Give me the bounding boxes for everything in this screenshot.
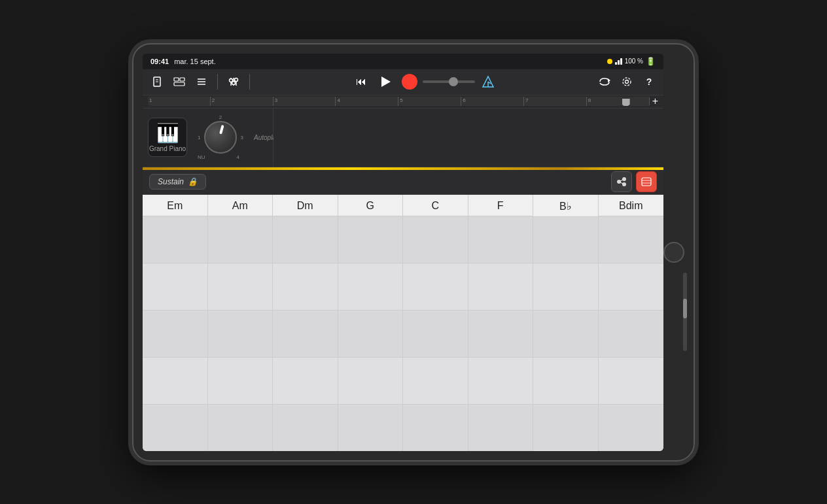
volume-slider[interactable]	[683, 273, 687, 351]
chord-cell[interactable]	[338, 358, 403, 405]
add-track-button[interactable]: +	[652, 95, 658, 107]
autoplay-knob[interactable]	[204, 121, 237, 154]
volume-slider-thumb	[683, 299, 687, 318]
list-view-button[interactable]	[192, 73, 211, 91]
chord-cell[interactable]	[533, 405, 598, 451]
chord-cell[interactable]	[468, 263, 533, 311]
chord-cell[interactable]	[208, 358, 273, 405]
svg-point-20	[625, 80, 629, 84]
sustain-button[interactable]: Sustain 🔒	[149, 174, 206, 190]
new-document-button[interactable]	[148, 73, 166, 91]
knob-label-top: 2	[219, 114, 222, 120]
knob-label-bottom: 4	[237, 154, 239, 160]
chord-cells-6	[533, 217, 598, 451]
ruler-marks: 1 2 3 4 5 6 7 8	[148, 97, 650, 106]
chord-cell[interactable]	[468, 311, 533, 358]
toolbar-right: ?	[595, 73, 658, 91]
knob-label-left: 1	[198, 135, 200, 141]
playhead[interactable]	[622, 99, 630, 106]
ruler-mark-6: 6	[461, 97, 524, 106]
scale-button[interactable]	[636, 171, 657, 192]
chord-cell[interactable]	[338, 216, 403, 263]
chord-cell[interactable]	[599, 311, 664, 358]
timeline-area: 1 2 3 4 5 6 7 8 +	[143, 95, 663, 109]
status-bar: 09:41 mar. 15 sept. 100 % 🔋	[143, 54, 663, 69]
chord-cell[interactable]	[338, 405, 403, 451]
toolbar-left	[148, 73, 211, 91]
timeline-ruler: 1 2 3 4 5 6 7 8	[148, 97, 650, 106]
chord-label-6: B♭	[533, 195, 598, 217]
chord-label-7: Bdim	[599, 195, 664, 216]
chord-cell[interactable]	[208, 405, 273, 451]
chord-grid: EmAmDmGCFB♭Bdim	[143, 195, 663, 451]
chord-column-Am: Am	[208, 195, 273, 451]
chord-cell[interactable]	[208, 263, 273, 311]
play-button[interactable]	[376, 71, 396, 92]
chord-cells-2	[273, 216, 338, 451]
help-button[interactable]: ?	[640, 73, 658, 91]
chord-label-3: G	[338, 195, 403, 216]
loop-button[interactable]	[595, 73, 614, 91]
knob-label-right: 3	[241, 135, 243, 141]
chord-cell[interactable]	[338, 311, 403, 358]
home-button[interactable]	[663, 242, 684, 263]
chord-cell[interactable]	[468, 216, 533, 263]
tempo-slider[interactable]	[423, 80, 475, 83]
chord-cell[interactable]	[273, 216, 338, 263]
knob-area: 2 1 3 4 NU	[192, 109, 249, 165]
chord-cell[interactable]	[143, 311, 207, 358]
chord-cell[interactable]	[273, 311, 338, 358]
chord-cell[interactable]	[533, 217, 598, 264]
rewind-button[interactable]: ⏮	[352, 73, 370, 91]
chord-cell[interactable]	[143, 358, 207, 405]
chord-cell[interactable]	[273, 405, 338, 451]
ruler-mark-1: 1	[148, 97, 211, 106]
chord-cell[interactable]	[338, 263, 403, 311]
chord-cell[interactable]	[273, 263, 338, 311]
chord-cell[interactable]	[143, 405, 207, 451]
chord-selector-button[interactable]	[611, 171, 632, 192]
piano-icon: 🎹	[156, 122, 179, 144]
chord-cell[interactable]	[468, 358, 533, 405]
settings-button[interactable]	[618, 73, 636, 91]
chord-cell[interactable]	[599, 263, 664, 311]
chord-column-G: G	[338, 195, 404, 451]
wifi-icon	[615, 58, 622, 65]
chord-cell[interactable]	[143, 216, 207, 263]
chord-column-C: C	[403, 195, 468, 451]
instrument-thumbnail[interactable]: 🎹 Grand Piano	[148, 118, 187, 157]
svg-line-25	[620, 180, 623, 181]
metronome-button[interactable]	[480, 74, 496, 90]
chord-cell[interactable]	[533, 311, 598, 358]
chord-label-0: Em	[143, 195, 207, 216]
record-button[interactable]	[402, 74, 417, 90]
chord-column-Bdim: Bdim	[599, 195, 664, 451]
chord-cell[interactable]	[273, 358, 338, 405]
chord-cell[interactable]	[403, 263, 468, 311]
chord-cell[interactable]	[208, 311, 273, 358]
chord-cell[interactable]	[403, 311, 468, 358]
svg-point-24	[622, 182, 626, 186]
chord-cell[interactable]	[533, 358, 598, 405]
chord-cell[interactable]	[403, 216, 468, 263]
chord-cells-7	[599, 216, 664, 451]
chord-cell[interactable]	[403, 358, 468, 405]
chord-cell[interactable]	[208, 216, 273, 263]
mixer-button[interactable]	[224, 73, 243, 91]
chord-cells-3	[338, 216, 403, 451]
chord-cell[interactable]	[403, 405, 468, 451]
chord-cell[interactable]	[143, 263, 207, 311]
chord-cell[interactable]	[599, 405, 664, 451]
chord-cell[interactable]	[533, 263, 598, 311]
chord-cell[interactable]	[599, 216, 664, 263]
svg-rect-27	[642, 178, 651, 186]
battery-icon: 🔋	[646, 57, 656, 66]
chord-cells-0	[143, 216, 207, 451]
chord-cell[interactable]	[468, 405, 533, 451]
chord-label-4: C	[403, 195, 468, 216]
chord-column-F: F	[468, 195, 534, 451]
tracks-view-button[interactable]	[170, 73, 188, 91]
track-lane[interactable]	[273, 109, 663, 167]
chord-cell[interactable]	[599, 358, 664, 405]
chord-label-5: F	[468, 195, 533, 216]
